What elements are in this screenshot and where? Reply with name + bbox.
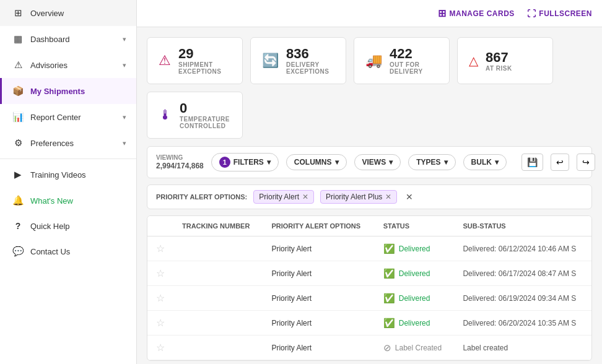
table-row: ☆ Priority Alert ✅ Delivered Delivered: … <box>147 311 591 336</box>
star-cell: ☆ <box>147 236 173 261</box>
sidebar-item-label: Advisories <box>30 61 123 70</box>
priority-alert-value: Priority Alert <box>271 294 312 303</box>
star-icon[interactable]: ☆ <box>156 342 165 353</box>
sidebar-item-training-videos[interactable]: ▶ Training Videos <box>0 162 136 188</box>
chevron-down-icon: ▾ <box>495 158 499 167</box>
delivered-icon: ✅ <box>383 318 395 329</box>
report-icon: 📊 <box>12 111 24 123</box>
filter-tag-priority-alert-plus[interactable]: Priority Alert Plus ✕ <box>320 190 397 204</box>
star-icon[interactable]: ☆ <box>156 318 165 328</box>
sidebar-item-contact-us[interactable]: 💬 Contact Us <box>0 238 136 264</box>
table-row: ☆ Priority Alert ✅ Delivered Delivered: … <box>147 261 591 286</box>
sidebar-item-quick-help[interactable]: ? Quick Help <box>0 214 136 238</box>
chevron-down-icon: ▾ <box>123 61 126 69</box>
viewing-label: VIEWING <box>156 154 204 162</box>
sidebar-divider <box>0 158 136 159</box>
contact-icon: 💬 <box>12 246 24 257</box>
delivered-icon: ✅ <box>383 268 395 279</box>
card-delivery-exceptions[interactable]: 🔄 836 DELIVERYEXCEPTIONS <box>250 37 346 84</box>
priority-alert-cell: Priority Alert <box>263 236 374 261</box>
sub-status-cell: Delivered: 06/12/2024 10:46 AM S <box>454 236 591 261</box>
star-icon[interactable]: ☆ <box>156 293 165 303</box>
sidebar-item-my-shipments[interactable]: 📦 My Shipments <box>0 78 136 104</box>
sidebar-item-dashboard[interactable]: ▦ Dashboard ▾ <box>0 26 136 52</box>
table-wrapper[interactable]: TRACKING NUMBER PRIORITY ALERT OPTIONS S… <box>147 216 591 360</box>
card-shipment-exceptions[interactable]: ⚠ 29 SHIPMENTEXCEPTIONS <box>147 37 243 84</box>
shipments-table-container: TRACKING NUMBER PRIORITY ALERT OPTIONS S… <box>147 215 592 361</box>
chevron-down-icon: ▾ <box>123 35 126 43</box>
status-value: ✅ Delivered <box>383 293 446 304</box>
at-risk-label: AT RISK <box>486 65 512 72</box>
temperature-label: TEMPERATURECONTROLLED <box>180 116 230 129</box>
status-value: ✅ Delivered <box>383 318 446 329</box>
filters-button[interactable]: 1 FILTERS ▾ <box>211 153 279 171</box>
shipments-icon: 📦 <box>12 85 24 97</box>
filter-tag-priority-alert[interactable]: Priority Alert ✕ <box>253 190 314 204</box>
summary-cards: ⚠ 29 SHIPMENTEXCEPTIONS 🔄 836 DELIVERYEX… <box>147 37 592 84</box>
col-status: STATUS <box>375 216 455 236</box>
chevron-down-icon: ▾ <box>123 113 126 121</box>
col-tracking-number: TRACKING NUMBER <box>173 216 263 236</box>
sidebar-item-report-center[interactable]: 📊 Report Center ▾ <box>0 104 136 130</box>
out-for-delivery-label: OUT FORDELIVERY <box>390 61 423 75</box>
main-content: ⊞ MANAGE CARDS ⛶ FULLSCREEN ⚠ 29 SHIPMEN… <box>137 0 602 364</box>
card-temperature-controlled[interactable]: 🌡 0 TEMPERATURECONTROLLED <box>147 92 243 139</box>
save-icon: 💾 <box>527 157 538 167</box>
card-out-for-delivery[interactable]: 🚚 422 OUT FORDELIVERY <box>354 37 450 84</box>
sub-status-value: Label created <box>463 344 508 352</box>
card-at-risk[interactable]: △ 867 AT RISK <box>457 37 553 84</box>
table-row: ☆ Priority Alert ✅ Delivered Delivered: … <box>147 286 591 311</box>
priority-alert-cell: Priority Alert <box>263 261 374 286</box>
sub-status-value: Delivered: 06/17/2024 08:47 AM S <box>463 269 576 278</box>
tracking-number-cell <box>173 261 263 286</box>
fullscreen-button[interactable]: ⛶ FULLSCREEN <box>527 9 592 19</box>
sub-status-cell: Delivered: 06/17/2024 08:47 AM S <box>454 261 591 286</box>
tag-label: Priority Alert Plus <box>326 193 382 201</box>
page-content: ⚠ 29 SHIPMENTEXCEPTIONS 🔄 836 DELIVERYEX… <box>137 27 602 364</box>
out-for-delivery-count: 422 <box>390 46 423 61</box>
star-icon[interactable]: ☆ <box>156 243 165 254</box>
status-value: ✅ Delivered <box>383 243 446 254</box>
undo-icon: ↩ <box>556 157 564 167</box>
star-cell: ☆ <box>147 311 173 336</box>
clear-all-filters[interactable]: ✕ <box>406 192 413 202</box>
sidebar-item-label: What's New <box>30 196 126 206</box>
fullscreen-label: FULLSCREEN <box>539 9 592 18</box>
columns-button[interactable]: COLUMNS ▾ <box>286 154 347 170</box>
cards-row-2: 🌡 0 TEMPERATURECONTROLLED <box>147 92 592 139</box>
advisories-icon: ⚠ <box>12 59 24 71</box>
remove-priority-alert-plus[interactable]: ✕ <box>385 193 391 201</box>
delivery-exceptions-icon: 🔄 <box>262 53 279 69</box>
views-button[interactable]: VIEWS ▾ <box>354 154 401 170</box>
training-icon: ▶ <box>12 169 24 180</box>
manage-cards-button[interactable]: ⊞ MANAGE CARDS <box>438 7 515 19</box>
bulk-button[interactable]: BULK ▾ <box>463 154 507 170</box>
whats-new-icon: 🔔 <box>12 195 24 206</box>
temperature-count: 0 <box>180 101 230 116</box>
types-label: TYPES <box>416 158 440 167</box>
alert-filter-row: PRIORITY ALERT OPTIONS: Priority Alert ✕… <box>147 184 592 209</box>
sidebar-item-label: Report Center <box>30 113 123 122</box>
status-value: ✅ Delivered <box>383 268 446 279</box>
sidebar-item-label: Preferences <box>30 139 123 148</box>
remove-priority-alert[interactable]: ✕ <box>302 193 308 201</box>
alert-filter-label: PRIORITY ALERT OPTIONS: <box>156 193 247 201</box>
chevron-down-icon: ▾ <box>123 139 126 147</box>
save-icon-button[interactable]: 💾 <box>521 154 543 171</box>
fullscreen-icon: ⛶ <box>527 9 536 19</box>
grid-icon: ⊞ <box>438 7 447 19</box>
types-button[interactable]: TYPES ▾ <box>408 154 455 170</box>
sidebar-item-whats-new[interactable]: 🔔 What's New <box>0 188 136 214</box>
col-sub-status: SUB-STATUS <box>454 216 591 236</box>
sidebar-item-label: Contact Us <box>30 247 126 256</box>
sidebar-item-preferences[interactable]: ⚙ Preferences ▾ <box>0 130 136 156</box>
at-risk-count: 867 <box>486 50 512 65</box>
export-icon-button[interactable]: ↪ <box>577 154 595 171</box>
sidebar-item-label: Overview <box>30 9 126 18</box>
sidebar-item-overview[interactable]: ⊞ Overview <box>0 0 136 26</box>
undo-icon-button[interactable]: ↩ <box>551 154 569 171</box>
star-icon[interactable]: ☆ <box>156 268 165 279</box>
label-created-icon: ⊘ <box>383 342 391 353</box>
columns-label: COLUMNS <box>294 158 332 167</box>
sidebar-item-advisories[interactable]: ⚠ Advisories ▾ <box>0 52 136 78</box>
